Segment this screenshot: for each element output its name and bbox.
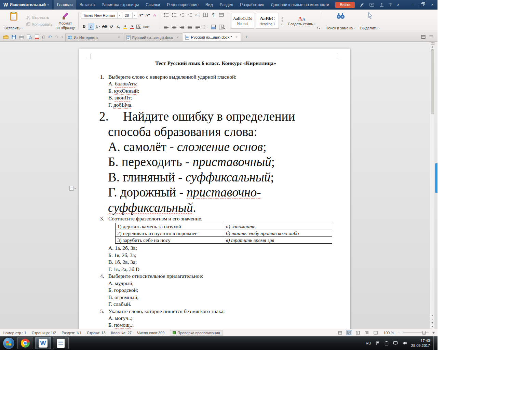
share-upload-icon[interactable] xyxy=(379,2,384,7)
font-size-combobox[interactable]: 28 ▾ xyxy=(123,12,137,18)
find-replace-button[interactable]: Поиск и замена˅ xyxy=(323,11,358,31)
select-button[interactable]: Выделить˅ xyxy=(358,11,382,31)
restore-button[interactable] xyxy=(417,0,427,10)
tab-document-1[interactable]: Русский яз...лица).docx × xyxy=(124,33,182,41)
media-play-icon[interactable] xyxy=(369,2,374,7)
numbered-list-button[interactable] xyxy=(171,12,177,18)
answer-option[interactable]: Г. 1в, 2а, 3б.D xyxy=(108,266,332,273)
style-normal[interactable]: AaBbCcDd Normal xyxy=(231,13,254,29)
minimize-button[interactable]: ─ xyxy=(407,0,417,10)
status-word-count[interactable]: Число слов:399 xyxy=(137,331,164,335)
vertical-scrollbar[interactable]: ▲ ▲ • ▼ ▼ xyxy=(430,42,434,329)
tab-close-icon[interactable]: × xyxy=(176,36,180,39)
taskbar-chrome-button[interactable] xyxy=(17,337,33,349)
taskbar-wps-writer-button[interactable]: W xyxy=(35,337,51,349)
align-left-button[interactable] xyxy=(163,24,170,30)
menu-tab-developer[interactable]: Разработчик xyxy=(237,0,267,10)
new-tab-button[interactable]: + xyxy=(243,33,250,40)
zoom-in-button[interactable]: + xyxy=(432,330,435,335)
bold-button[interactable]: B xyxy=(81,24,87,30)
show-formatting-marks-button[interactable]: ¶ xyxy=(210,12,217,18)
clipboard-tray-icon[interactable] xyxy=(385,341,389,346)
increase-indent-button[interactable] xyxy=(186,12,193,18)
print-icon[interactable] xyxy=(19,35,24,39)
paragraph-dialog-launcher[interactable] xyxy=(222,25,225,31)
zoom-level[interactable]: 100 % xyxy=(382,331,394,335)
answer-option[interactable]: Б. 1в, 2б, 3а; xyxy=(108,252,332,259)
previous-page-icon[interactable]: ▲ xyxy=(431,314,434,316)
taskbar-document-button[interactable] xyxy=(53,337,69,349)
styles-dialog-launcher[interactable] xyxy=(317,25,320,31)
tray-clock[interactable]: 17:43 28.09.2017 xyxy=(411,338,430,348)
answer-option[interactable]: Б. переходить - приставочный; xyxy=(108,154,332,170)
fullscreen-view-icon[interactable] xyxy=(337,330,343,335)
close-button[interactable]: × xyxy=(427,0,438,10)
bullet-list-button[interactable] xyxy=(163,12,170,18)
answer-option[interactable]: А. мудрый; xyxy=(108,280,332,287)
menu-tab-view[interactable]: Вид xyxy=(202,0,216,10)
scroll-down-icon[interactable]: ▼ xyxy=(431,325,434,328)
undo-button[interactable]: ↶ xyxy=(48,35,52,39)
font-name-combobox[interactable]: Times New Roman ▾ xyxy=(81,12,122,18)
align-center-button[interactable] xyxy=(171,24,177,30)
font-color-button[interactable]: A xyxy=(129,24,135,30)
text-direction-button[interactable] xyxy=(218,12,225,18)
strikethrough-button[interactable]: AB xyxy=(102,24,108,30)
paste-button[interactable]: Вставить˅ xyxy=(2,11,25,31)
table-cell[interactable]: б) таить злобу против кого-либо xyxy=(224,230,332,237)
window-layout-icon[interactable] xyxy=(421,35,426,39)
menu-tab-section[interactable]: Раздел xyxy=(216,0,237,10)
export-pdf-icon[interactable] xyxy=(35,35,39,39)
character-border-button[interactable]: A xyxy=(136,24,142,30)
subscript-button[interactable]: x₂ xyxy=(115,24,121,30)
answer-option[interactable]: Б. городской; xyxy=(108,287,332,294)
document-page[interactable]: Тест Русский язык 6 класс. Конкурс «Кири… xyxy=(79,49,350,329)
format-painter-button[interactable]: Формат по образцу xyxy=(53,11,78,31)
document-title[interactable]: Тест Русский язык 6 класс. Конкурс «Кири… xyxy=(99,60,332,66)
answer-option[interactable]: Г. слабый. xyxy=(108,301,332,308)
open-folder-icon[interactable] xyxy=(3,35,9,39)
toolbox-view-icon[interactable] xyxy=(373,330,379,335)
question-text[interactable]: Выберите относительное прилагательное: xyxy=(108,273,332,280)
cut-button[interactable]: Вырезать xyxy=(26,15,52,19)
save-icon[interactable] xyxy=(12,35,16,39)
highlight-color-button[interactable]: A xyxy=(122,24,128,30)
table-cell[interactable]: 2) переливать из пустого в порожнее xyxy=(116,230,224,237)
answer-option[interactable]: А. могуч..; xyxy=(108,315,332,322)
underline-button[interactable]: U▾ xyxy=(95,24,101,30)
answer-option[interactable]: А. баловАть; xyxy=(108,80,332,87)
decrease-indent-button[interactable] xyxy=(178,12,185,18)
language-indicator[interactable]: RU xyxy=(366,341,371,345)
browse-object-icon[interactable]: • xyxy=(432,318,433,320)
answer-option[interactable]: В. глиняный - суффиксальный; xyxy=(108,170,332,185)
table-cell[interactable]: 1) держать камень за пазухой xyxy=(116,223,224,230)
align-right-button[interactable] xyxy=(178,24,185,30)
split-handle[interactable] xyxy=(431,42,434,45)
tab-document-2-active[interactable]: Русский яз...ица).docx * × xyxy=(183,32,241,41)
zoom-slider-thumb[interactable] xyxy=(422,331,426,335)
side-panel-handle[interactable] xyxy=(435,163,438,193)
help-icon[interactable]: ? xyxy=(389,2,392,7)
sort-button[interactable]: А xyxy=(194,12,201,18)
tab-close-icon[interactable]: × xyxy=(117,36,121,39)
question-text[interactable]: Выберите слово с неверно выделенной удар… xyxy=(108,73,332,80)
volume-icon[interactable] xyxy=(402,341,407,345)
paperclip-icon[interactable] xyxy=(42,35,45,39)
app-menu-button[interactable]: W Исключительный ▾ xyxy=(0,0,52,10)
undo-history-icon[interactable]: ▾ xyxy=(62,36,63,39)
copy-button[interactable]: Копировать xyxy=(26,22,52,26)
tab-list-icon[interactable] xyxy=(429,35,433,39)
table-grid-button[interactable] xyxy=(202,12,209,18)
print-preview-icon[interactable] xyxy=(27,35,32,39)
menu-tab-extras[interactable]: Дополнительные возможности xyxy=(267,0,333,10)
clear-format-button[interactable]: A xyxy=(151,12,158,18)
answer-option[interactable]: Г. дорожный - приставочно-суффиксальный. xyxy=(108,185,332,215)
style-scroll-up-icon[interactable]: ▲ xyxy=(281,16,283,19)
shrink-font-button[interactable]: A⁻ xyxy=(145,12,151,18)
distribute-button[interactable] xyxy=(194,24,201,30)
style-heading1[interactable]: AaBbC Heading 1 xyxy=(256,13,279,29)
zoom-out-button[interactable]: − xyxy=(397,330,400,335)
tab-close-icon[interactable]: × xyxy=(234,35,239,39)
menu-tab-home[interactable]: Главная xyxy=(54,0,76,10)
answer-option[interactable]: В. 1б, 2в, 3а; xyxy=(108,259,332,266)
